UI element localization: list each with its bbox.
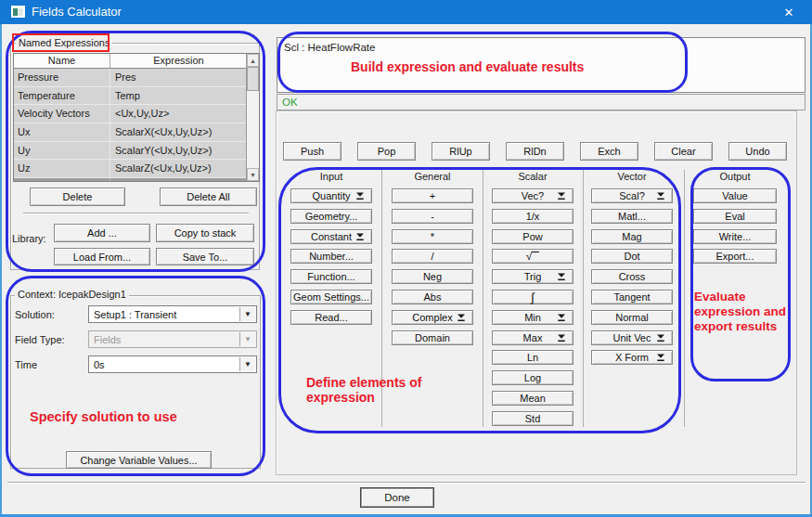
title-bar: Fields Calculator ✕ <box>0 0 812 24</box>
column-separator <box>483 170 483 427</box>
scalar-mean-button[interactable]: Mean <box>492 391 574 406</box>
input-quantity-button[interactable]: Quantity <box>290 188 372 203</box>
table-row[interactable]: Uz ScalarZ(<Ux,Uy,Uz>) <box>14 160 259 178</box>
scalar-log-button[interactable]: Log <box>492 370 574 385</box>
expression-stack[interactable]: Scl : HeatFlowRate <box>277 37 806 93</box>
done-button[interactable]: Done <box>360 487 434 508</box>
delete-button[interactable]: Delete <box>30 187 125 206</box>
exch-button[interactable]: Exch <box>580 142 638 161</box>
output-eval-button[interactable]: Eval <box>693 209 777 224</box>
column-header-input: Input <box>290 171 372 182</box>
column-separator <box>583 170 584 427</box>
vector-tangent-button[interactable]: Tangent <box>591 290 673 304</box>
clear-button[interactable]: Clear <box>654 142 713 161</box>
add-button[interactable]: Add ... <box>54 224 150 242</box>
chevron-down-icon[interactable]: ▼ <box>239 307 255 321</box>
pulldown-icon <box>557 273 566 281</box>
column-header-scalar: Scalar <box>492 171 574 182</box>
input-geom-settings-button[interactable]: Geom Settings... <box>290 290 372 304</box>
scalar-reciprocal-button[interactable]: 1/x <box>492 209 574 224</box>
scroll-down-icon[interactable]: ▼ <box>247 168 259 181</box>
footer-separator <box>7 482 806 483</box>
undo-button[interactable]: Undo <box>728 142 787 161</box>
vector-unit-vec-button[interactable]: Unit Vec <box>591 330 673 345</box>
time-select[interactable]: 0s ▼ <box>88 355 257 373</box>
input-function-button[interactable]: Function... <box>290 269 372 284</box>
rlup-button[interactable]: RlUp <box>432 142 490 161</box>
radical-bar <box>532 252 539 252</box>
scalar-ln-button[interactable]: Ln <box>492 350 574 365</box>
vector-xform-button[interactable]: X Form <box>591 350 673 365</box>
table-row[interactable]: Velocity Vectors <Ux,Uy,Uz> <box>14 105 259 123</box>
solution-select[interactable]: Setup1 : Transient ▼ <box>88 305 257 323</box>
output-value-button[interactable]: Value <box>693 188 777 203</box>
general-neg-button[interactable]: Neg <box>392 269 473 284</box>
solution-label: Solution: <box>15 309 55 320</box>
save-to-button[interactable]: Save To... <box>156 248 254 265</box>
table-header: Name Expression <box>14 54 259 69</box>
general-minus-button[interactable]: - <box>392 209 473 224</box>
general-complex-button[interactable]: Complex <box>392 310 473 325</box>
general-divide-button[interactable]: / <box>392 249 473 264</box>
chevron-down-icon: ▼ <box>239 332 255 346</box>
output-write-button[interactable]: Write... <box>693 229 777 244</box>
copy-to-stack-button[interactable]: Copy to stack <box>156 224 254 242</box>
scalar-vec-button[interactable]: Vec? <box>492 188 574 203</box>
library-label: Library: <box>12 233 46 244</box>
scalar-pow-button[interactable]: Pow <box>492 229 574 244</box>
table-row-selected[interactable]: HeatFlowRate Heat_Flow_Rate <box>14 178 259 182</box>
input-constant-button[interactable]: Constant <box>290 229 372 244</box>
table-row[interactable]: Pressure Pres <box>14 69 259 87</box>
column-header-vector: Vector <box>591 171 673 182</box>
scalar-max-button[interactable]: Max <box>492 330 574 345</box>
field-type-label: Field Type: <box>15 334 65 345</box>
chevron-down-icon[interactable]: ▼ <box>239 357 255 371</box>
input-number-button[interactable]: Number... <box>290 249 372 264</box>
scroll-up-icon[interactable]: ▲ <box>247 54 259 67</box>
delete-all-button[interactable]: Delete All <box>160 187 257 206</box>
pulldown-icon <box>355 233 365 241</box>
general-domain-button[interactable]: Domain <box>392 330 473 345</box>
app-icon <box>11 6 25 18</box>
close-icon[interactable]: ✕ <box>769 0 808 24</box>
table-scrollbar[interactable]: ▲ ▼ <box>246 54 259 181</box>
pulldown-icon <box>656 334 665 343</box>
scalar-min-button[interactable]: Min <box>492 310 574 325</box>
status-bar: OK <box>277 94 806 110</box>
window-title: Fields Calculator <box>32 5 122 19</box>
vector-mag-button[interactable]: Mag <box>591 229 673 244</box>
rldn-button[interactable]: RlDn <box>506 142 564 161</box>
pop-button[interactable]: Pop <box>357 142 416 161</box>
time-label: Time <box>15 359 37 370</box>
vector-cross-button[interactable]: Cross <box>591 269 673 284</box>
change-variable-values-button[interactable]: Change Variable Values... <box>66 451 212 469</box>
scalar-std-button[interactable]: Std <box>492 411 574 426</box>
input-read-button[interactable]: Read... <box>290 310 372 325</box>
vector-matl-button[interactable]: Matl... <box>591 209 673 224</box>
general-multiply-button[interactable]: * <box>392 229 473 244</box>
scalar-trig-button[interactable]: Trig <box>492 269 574 284</box>
vector-dot-button[interactable]: Dot <box>591 249 673 264</box>
column-separator <box>381 170 382 427</box>
output-export-button[interactable]: Export... <box>693 249 777 264</box>
table-row[interactable]: Uy ScalarY(<Ux,Uy,Uz>) <box>14 142 259 161</box>
pulldown-icon <box>656 192 665 200</box>
pulldown-icon <box>457 314 466 322</box>
scalar-integral-button[interactable]: ∫ <box>492 290 574 304</box>
table-row[interactable]: Ux ScalarX(<Ux,Uy,Uz>) <box>14 123 259 142</box>
fields-calculator-dialog: Fields Calculator ✕ Named Expressions Na… <box>0 0 812 517</box>
scrollbar-thumb[interactable] <box>247 67 259 91</box>
vector-scal-button[interactable]: Scal? <box>591 188 673 203</box>
table-row[interactable]: Temperature Temp <box>14 87 259 106</box>
input-geometry-button[interactable]: Geometry... <box>290 209 372 224</box>
pulldown-icon <box>656 354 665 362</box>
general-plus-button[interactable]: + <box>392 188 473 203</box>
column-separator <box>684 170 685 427</box>
scalar-sqrt-button[interactable]: √ <box>492 249 574 264</box>
load-from-button[interactable]: Load From... <box>54 248 150 265</box>
window-border <box>0 24 2 517</box>
vector-normal-button[interactable]: Normal <box>591 310 673 325</box>
named-expressions-label: Named Expressions <box>16 37 112 48</box>
general-abs-button[interactable]: Abs <box>392 290 473 304</box>
push-button[interactable]: Push <box>283 142 342 161</box>
